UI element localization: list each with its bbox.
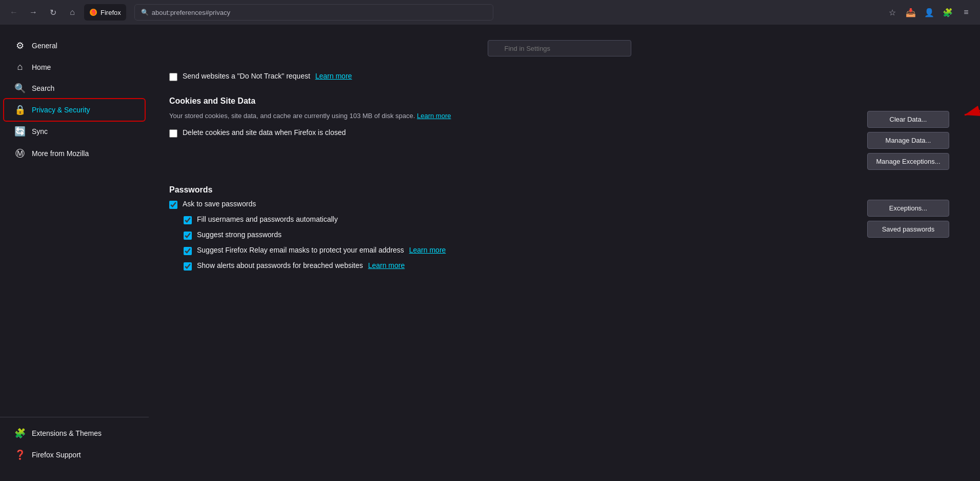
sidebar-item-home[interactable]: ⌂ Home — [4, 56, 145, 78]
layout: ⚙ General ⌂ Home 🔍 Search 🔒 Privacy & Se… — [0, 25, 980, 481]
sidebar-item-support[interactable]: ❓ Firefox Support — [4, 444, 145, 466]
home-button[interactable]: ⌂ — [65, 5, 80, 20]
dnt-checkbox[interactable] — [169, 73, 177, 81]
suggest-relay-label[interactable]: Suggest Firefox Relay email masks to pro… — [197, 246, 446, 254]
sidebar-item-extensions-label: Extensions & Themes — [32, 429, 102, 437]
sidebar-item-sync[interactable]: 🔄 Sync — [4, 121, 145, 142]
titlebar: ← → ↻ ⌂ Firefox 🔍 about:preferences#priv… — [0, 0, 980, 25]
url-bar[interactable]: 🔍 about:preferences#privacy — [134, 4, 493, 21]
passwords-col-right: Exceptions... Saved passwords — [867, 200, 949, 238]
clear-data-container: Clear Data... — [867, 111, 949, 128]
relay-learn-more-link[interactable]: Learn more — [409, 246, 446, 254]
find-settings-wrapper: 🔍 — [169, 40, 949, 56]
tab-label: Firefox — [101, 9, 121, 16]
gear-icon: ⚙ — [14, 40, 26, 51]
dnt-section: Send websites a "Do Not Track" request L… — [169, 72, 949, 81]
sidebar-item-support-label: Firefox Support — [32, 451, 81, 459]
saved-passwords-button[interactable]: Saved passwords — [867, 221, 949, 238]
alerts-learn-more-link[interactable]: Learn more — [368, 261, 405, 270]
find-settings-input[interactable] — [488, 40, 631, 56]
red-arrow-annotation — [959, 85, 980, 126]
show-alerts-row: Show alerts about passwords for breached… — [184, 261, 847, 271]
exceptions-button[interactable]: Exceptions... — [867, 200, 949, 217]
sidebar-item-home-label: Home — [32, 63, 51, 71]
find-input-wrapper: 🔍 — [488, 40, 631, 56]
delete-cookies-label[interactable]: Delete cookies and site data when Firefo… — [183, 128, 346, 137]
back-button[interactable]: ← — [6, 5, 22, 20]
extensions-theme-icon: 🧩 — [14, 428, 26, 439]
forward-button[interactable]: → — [26, 5, 41, 20]
fill-auto-label[interactable]: Fill usernames and passwords automatical… — [197, 215, 338, 223]
fill-auto-row: Fill usernames and passwords automatical… — [184, 215, 847, 224]
svg-line-3 — [965, 90, 980, 115]
show-alerts-checkbox[interactable] — [184, 262, 192, 271]
cookies-buttons: Manage Data... Manage Exceptions... — [867, 132, 949, 170]
toolbar-icons: ☆ 📥 👤 🧩 ≡ — [885, 5, 974, 20]
passwords-buttons: Exceptions... Saved passwords — [867, 200, 949, 238]
manage-data-button[interactable]: Manage Data... — [867, 132, 949, 149]
main-content: 🔍 Send websites a "Do Not Track" request… — [149, 25, 980, 481]
firefox-logo-icon — [89, 8, 97, 16]
delete-cookies-checkbox[interactable] — [169, 129, 177, 138]
sidebar-bottom: 🧩 Extensions & Themes ❓ Firefox Support — [0, 417, 149, 471]
tab[interactable]: Firefox — [84, 4, 126, 21]
pocket-button[interactable]: 📥 — [903, 5, 918, 20]
cookies-learn-more-link[interactable]: Learn more — [417, 112, 451, 120]
show-alerts-label[interactable]: Show alerts about passwords for breached… — [197, 261, 405, 270]
suggest-strong-label[interactable]: Suggest strong passwords — [197, 230, 282, 239]
ask-save-label[interactable]: Ask to save passwords — [183, 200, 256, 208]
fill-auto-checkbox[interactable] — [184, 216, 192, 224]
passwords-section: Passwords Ask to save passwords Fill use… — [169, 185, 949, 277]
passwords-subsection: Fill usernames and passwords automatical… — [184, 215, 847, 271]
ask-save-row: Ask to save passwords — [169, 200, 847, 209]
sidebar-item-mozilla-label: More from Mozilla — [32, 149, 89, 158]
delete-cookies-row: Delete cookies and site data when Firefo… — [169, 128, 847, 138]
profile-button[interactable]: 👤 — [922, 5, 937, 20]
bookmark-button[interactable]: ☆ — [885, 5, 900, 20]
dnt-row: Send websites a "Do Not Track" request L… — [169, 72, 949, 81]
menu-button[interactable]: ≡ — [958, 5, 974, 20]
question-icon: ❓ — [14, 449, 26, 460]
clear-data-button[interactable]: Clear Data... — [867, 111, 949, 128]
dnt-label[interactable]: Send websites a "Do Not Track" request L… — [183, 72, 352, 80]
cookies-section-title: Cookies and Site Data — [169, 97, 949, 106]
suggest-relay-row: Suggest Firefox Relay email masks to pro… — [184, 246, 847, 255]
sidebar-item-sync-label: Sync — [32, 127, 48, 136]
sidebar-item-privacy[interactable]: 🔒 Privacy & Security — [4, 99, 145, 121]
suggest-strong-checkbox[interactable] — [184, 232, 192, 240]
mozilla-icon: Ⓜ — [14, 147, 26, 160]
sidebar-item-mozilla[interactable]: Ⓜ More from Mozilla — [4, 142, 145, 165]
suggest-strong-row: Suggest strong passwords — [184, 230, 847, 240]
passwords-col-left: Ask to save passwords Fill usernames and… — [169, 200, 847, 277]
extensions-button[interactable]: 🧩 — [940, 5, 955, 20]
search-icon: 🔍 — [14, 83, 26, 94]
cookies-col-left: Your stored cookies, site data, and cach… — [169, 111, 847, 144]
suggest-relay-checkbox[interactable] — [184, 247, 192, 255]
reload-button[interactable]: ↻ — [45, 5, 61, 20]
cookies-desc: Your stored cookies, site data, and cach… — [169, 111, 847, 121]
sidebar-item-search[interactable]: 🔍 Search — [4, 78, 145, 99]
sidebar-item-general-label: General — [32, 42, 57, 50]
passwords-two-col: Ask to save passwords Fill usernames and… — [169, 200, 949, 277]
lock-icon: 🔒 — [14, 104, 26, 116]
home-icon: ⌂ — [14, 62, 26, 72]
sidebar: ⚙ General ⌂ Home 🔍 Search 🔒 Privacy & Se… — [0, 25, 149, 481]
sync-icon: 🔄 — [14, 126, 26, 137]
manage-exceptions-button[interactable]: Manage Exceptions... — [867, 153, 949, 170]
cookies-col-right: Clear Data... Manage Data... — [867, 111, 949, 170]
passwords-section-title: Passwords — [169, 185, 949, 195]
ask-save-checkbox[interactable] — [169, 201, 177, 209]
sidebar-item-general[interactable]: ⚙ General — [4, 35, 145, 56]
cookies-two-col: Your stored cookies, site data, and cach… — [169, 111, 949, 170]
dnt-learn-more-link[interactable]: Learn more — [315, 72, 352, 80]
sidebar-nav: ⚙ General ⌂ Home 🔍 Search 🔒 Privacy & Se… — [0, 35, 149, 412]
cookies-section: Cookies and Site Data Your stored cookie… — [169, 97, 949, 170]
sidebar-item-search-label: Search — [32, 84, 54, 92]
sidebar-item-extensions[interactable]: 🧩 Extensions & Themes — [4, 422, 145, 444]
url-text: about:preferences#privacy — [152, 9, 230, 16]
sidebar-item-privacy-label: Privacy & Security — [32, 106, 90, 114]
